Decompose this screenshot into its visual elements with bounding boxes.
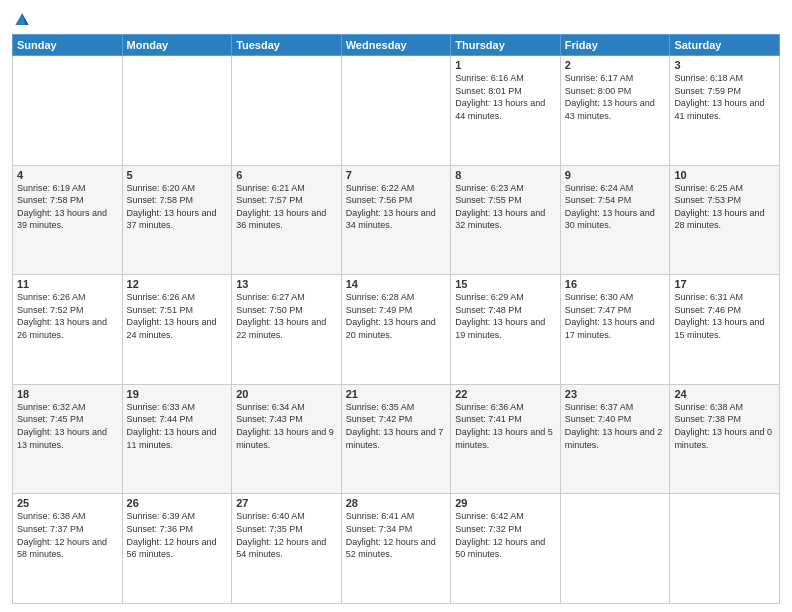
- day-number: 4: [17, 169, 118, 181]
- day-number: 27: [236, 497, 337, 509]
- day-number: 6: [236, 169, 337, 181]
- day-info: Sunrise: 6:20 AM Sunset: 7:58 PM Dayligh…: [127, 182, 228, 232]
- calendar-cell: [670, 494, 780, 604]
- calendar-cell: 11Sunrise: 6:26 AM Sunset: 7:52 PM Dayli…: [13, 275, 123, 385]
- day-info: Sunrise: 6:25 AM Sunset: 7:53 PM Dayligh…: [674, 182, 775, 232]
- day-info: Sunrise: 6:24 AM Sunset: 7:54 PM Dayligh…: [565, 182, 666, 232]
- calendar-cell: [232, 56, 342, 166]
- day-number: 20: [236, 388, 337, 400]
- calendar-cell: 5Sunrise: 6:20 AM Sunset: 7:58 PM Daylig…: [122, 165, 232, 275]
- day-info: Sunrise: 6:26 AM Sunset: 7:51 PM Dayligh…: [127, 291, 228, 341]
- day-number: 24: [674, 388, 775, 400]
- day-number: 14: [346, 278, 447, 290]
- logo-icon: [12, 10, 32, 30]
- day-number: 15: [455, 278, 556, 290]
- day-info: Sunrise: 6:18 AM Sunset: 7:59 PM Dayligh…: [674, 72, 775, 122]
- calendar-cell: [341, 56, 451, 166]
- day-info: Sunrise: 6:26 AM Sunset: 7:52 PM Dayligh…: [17, 291, 118, 341]
- calendar-cell: [13, 56, 123, 166]
- day-info: Sunrise: 6:39 AM Sunset: 7:36 PM Dayligh…: [127, 510, 228, 560]
- calendar-cell: 13Sunrise: 6:27 AM Sunset: 7:50 PM Dayli…: [232, 275, 342, 385]
- day-info: Sunrise: 6:31 AM Sunset: 7:46 PM Dayligh…: [674, 291, 775, 341]
- calendar-cell: 29Sunrise: 6:42 AM Sunset: 7:32 PM Dayli…: [451, 494, 561, 604]
- day-number: 1: [455, 59, 556, 71]
- col-header-thursday: Thursday: [451, 35, 561, 56]
- day-number: 10: [674, 169, 775, 181]
- day-number: 8: [455, 169, 556, 181]
- calendar-cell: 2Sunrise: 6:17 AM Sunset: 8:00 PM Daylig…: [560, 56, 670, 166]
- day-number: 3: [674, 59, 775, 71]
- day-number: 29: [455, 497, 556, 509]
- day-number: 22: [455, 388, 556, 400]
- calendar-cell: 3Sunrise: 6:18 AM Sunset: 7:59 PM Daylig…: [670, 56, 780, 166]
- calendar: SundayMondayTuesdayWednesdayThursdayFrid…: [12, 34, 780, 604]
- calendar-cell: 1Sunrise: 6:16 AM Sunset: 8:01 PM Daylig…: [451, 56, 561, 166]
- day-info: Sunrise: 6:40 AM Sunset: 7:35 PM Dayligh…: [236, 510, 337, 560]
- col-header-monday: Monday: [122, 35, 232, 56]
- day-info: Sunrise: 6:38 AM Sunset: 7:37 PM Dayligh…: [17, 510, 118, 560]
- day-number: 5: [127, 169, 228, 181]
- day-number: 28: [346, 497, 447, 509]
- day-info: Sunrise: 6:21 AM Sunset: 7:57 PM Dayligh…: [236, 182, 337, 232]
- day-number: 18: [17, 388, 118, 400]
- calendar-cell: 7Sunrise: 6:22 AM Sunset: 7:56 PM Daylig…: [341, 165, 451, 275]
- day-number: 19: [127, 388, 228, 400]
- calendar-cell: 9Sunrise: 6:24 AM Sunset: 7:54 PM Daylig…: [560, 165, 670, 275]
- day-info: Sunrise: 6:32 AM Sunset: 7:45 PM Dayligh…: [17, 401, 118, 451]
- day-info: Sunrise: 6:16 AM Sunset: 8:01 PM Dayligh…: [455, 72, 556, 122]
- calendar-cell: 16Sunrise: 6:30 AM Sunset: 7:47 PM Dayli…: [560, 275, 670, 385]
- col-header-tuesday: Tuesday: [232, 35, 342, 56]
- day-number: 13: [236, 278, 337, 290]
- calendar-cell: 4Sunrise: 6:19 AM Sunset: 7:58 PM Daylig…: [13, 165, 123, 275]
- calendar-cell: 14Sunrise: 6:28 AM Sunset: 7:49 PM Dayli…: [341, 275, 451, 385]
- day-info: Sunrise: 6:41 AM Sunset: 7:34 PM Dayligh…: [346, 510, 447, 560]
- calendar-cell: 25Sunrise: 6:38 AM Sunset: 7:37 PM Dayli…: [13, 494, 123, 604]
- col-header-wednesday: Wednesday: [341, 35, 451, 56]
- logo: [12, 10, 36, 30]
- day-info: Sunrise: 6:29 AM Sunset: 7:48 PM Dayligh…: [455, 291, 556, 341]
- day-info: Sunrise: 6:17 AM Sunset: 8:00 PM Dayligh…: [565, 72, 666, 122]
- day-info: Sunrise: 6:28 AM Sunset: 7:49 PM Dayligh…: [346, 291, 447, 341]
- calendar-cell: [122, 56, 232, 166]
- page: SundayMondayTuesdayWednesdayThursdayFrid…: [0, 0, 792, 612]
- calendar-cell: 23Sunrise: 6:37 AM Sunset: 7:40 PM Dayli…: [560, 384, 670, 494]
- day-info: Sunrise: 6:30 AM Sunset: 7:47 PM Dayligh…: [565, 291, 666, 341]
- col-header-saturday: Saturday: [670, 35, 780, 56]
- day-number: 16: [565, 278, 666, 290]
- day-info: Sunrise: 6:37 AM Sunset: 7:40 PM Dayligh…: [565, 401, 666, 451]
- day-info: Sunrise: 6:22 AM Sunset: 7:56 PM Dayligh…: [346, 182, 447, 232]
- header: [12, 10, 780, 30]
- calendar-cell: 26Sunrise: 6:39 AM Sunset: 7:36 PM Dayli…: [122, 494, 232, 604]
- day-number: 23: [565, 388, 666, 400]
- calendar-cell: 6Sunrise: 6:21 AM Sunset: 7:57 PM Daylig…: [232, 165, 342, 275]
- calendar-cell: 12Sunrise: 6:26 AM Sunset: 7:51 PM Dayli…: [122, 275, 232, 385]
- day-info: Sunrise: 6:38 AM Sunset: 7:38 PM Dayligh…: [674, 401, 775, 451]
- calendar-cell: 19Sunrise: 6:33 AM Sunset: 7:44 PM Dayli…: [122, 384, 232, 494]
- day-number: 17: [674, 278, 775, 290]
- day-info: Sunrise: 6:19 AM Sunset: 7:58 PM Dayligh…: [17, 182, 118, 232]
- day-info: Sunrise: 6:27 AM Sunset: 7:50 PM Dayligh…: [236, 291, 337, 341]
- day-info: Sunrise: 6:34 AM Sunset: 7:43 PM Dayligh…: [236, 401, 337, 451]
- day-info: Sunrise: 6:23 AM Sunset: 7:55 PM Dayligh…: [455, 182, 556, 232]
- calendar-cell: 20Sunrise: 6:34 AM Sunset: 7:43 PM Dayli…: [232, 384, 342, 494]
- col-header-sunday: Sunday: [13, 35, 123, 56]
- day-number: 21: [346, 388, 447, 400]
- day-number: 7: [346, 169, 447, 181]
- calendar-cell: 8Sunrise: 6:23 AM Sunset: 7:55 PM Daylig…: [451, 165, 561, 275]
- calendar-cell: 24Sunrise: 6:38 AM Sunset: 7:38 PM Dayli…: [670, 384, 780, 494]
- day-number: 9: [565, 169, 666, 181]
- day-info: Sunrise: 6:33 AM Sunset: 7:44 PM Dayligh…: [127, 401, 228, 451]
- day-info: Sunrise: 6:42 AM Sunset: 7:32 PM Dayligh…: [455, 510, 556, 560]
- col-header-friday: Friday: [560, 35, 670, 56]
- day-number: 12: [127, 278, 228, 290]
- calendar-cell: 17Sunrise: 6:31 AM Sunset: 7:46 PM Dayli…: [670, 275, 780, 385]
- day-number: 26: [127, 497, 228, 509]
- day-number: 25: [17, 497, 118, 509]
- day-info: Sunrise: 6:36 AM Sunset: 7:41 PM Dayligh…: [455, 401, 556, 451]
- day-number: 2: [565, 59, 666, 71]
- calendar-cell: 28Sunrise: 6:41 AM Sunset: 7:34 PM Dayli…: [341, 494, 451, 604]
- calendar-cell: 10Sunrise: 6:25 AM Sunset: 7:53 PM Dayli…: [670, 165, 780, 275]
- calendar-cell: 15Sunrise: 6:29 AM Sunset: 7:48 PM Dayli…: [451, 275, 561, 385]
- calendar-cell: 21Sunrise: 6:35 AM Sunset: 7:42 PM Dayli…: [341, 384, 451, 494]
- day-number: 11: [17, 278, 118, 290]
